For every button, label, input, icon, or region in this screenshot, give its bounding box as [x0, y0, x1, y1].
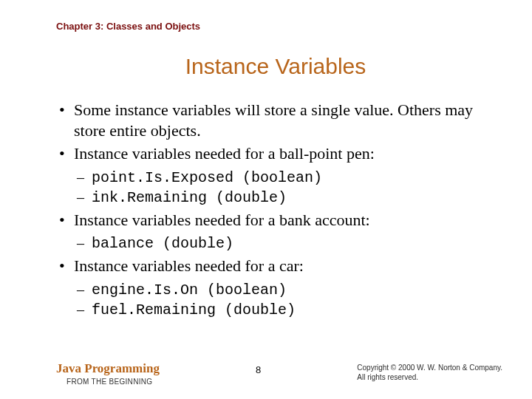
- bullet-item: Some instance variables will store a sin…: [74, 100, 495, 140]
- copyright-line: All rights reserved.: [357, 372, 502, 382]
- sub-item: balance (double): [92, 234, 495, 253]
- bullet-text: Instance variables needed for a car:: [74, 256, 304, 275]
- bullet-item: Instance variables needed for a bank acc…: [74, 210, 495, 253]
- chapter-heading: Chapter 3: Classes and Objects: [56, 21, 495, 32]
- book-title: Java Programming: [56, 361, 160, 376]
- copyright-line: Copyright © 2000 W. W. Norton & Company.: [357, 363, 502, 372]
- slide-footer: Java Programming FROM THE BEGINNING 8 Co…: [56, 361, 502, 386]
- bullet-text: Instance variables needed for a ball-poi…: [74, 144, 375, 163]
- slide-title: Instance Variables: [56, 54, 495, 79]
- book-brand: Java Programming FROM THE BEGINNING: [56, 361, 160, 386]
- bullet-item: Instance variables needed for a ball-poi…: [74, 143, 495, 207]
- sub-list: engine.Is.On (boolean) fuel.Remaining (d…: [74, 281, 495, 319]
- bullet-list: Some instance variables will store a sin…: [56, 100, 495, 319]
- sub-item: point.Is.Exposed (boolean): [92, 168, 495, 187]
- sub-item: fuel.Remaining (double): [92, 301, 495, 319]
- sub-item: engine.Is.On (boolean): [92, 281, 495, 299]
- page-number: 8: [160, 361, 357, 375]
- bullet-text: Instance variables needed for a bank acc…: [74, 211, 370, 229]
- sub-list: point.Is.Exposed (boolean) ink.Remaining…: [74, 168, 495, 207]
- bullet-item: Instance variables needed for a car: eng…: [74, 256, 495, 319]
- book-subtitle: FROM THE BEGINNING: [66, 378, 160, 386]
- sub-item: ink.Remaining (double): [92, 188, 495, 207]
- slide-page: Chapter 3: Classes and Objects Instance …: [0, 0, 532, 399]
- bullet-text: Some instance variables will store a sin…: [74, 100, 473, 140]
- copyright: Copyright © 2000 W. W. Norton & Company.…: [357, 361, 502, 382]
- sub-list: balance (double): [74, 234, 495, 253]
